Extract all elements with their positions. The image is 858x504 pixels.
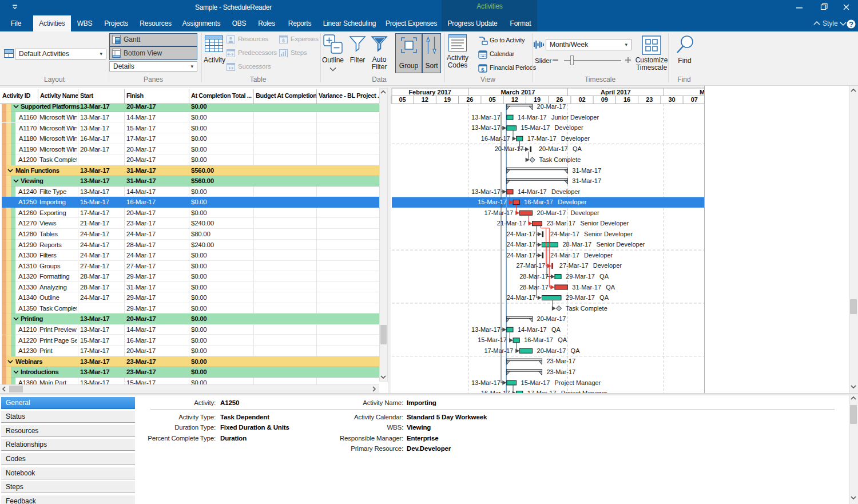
svg-text:20-Mar-17: 20-Mar-17 (537, 315, 566, 322)
svg-text:Senior Developer: Senior Developer (584, 231, 633, 237)
svg-text:23: 23 (646, 96, 653, 103)
svg-text:15-Mar-17: 15-Mar-17 (521, 124, 550, 131)
svg-text:28-Mar-17: 28-Mar-17 (519, 284, 549, 291)
svg-text:23-Mar-17: 23-Mar-17 (546, 368, 575, 375)
svg-text:QA: QA (599, 273, 609, 280)
svg-text:20-Mar-17: 20-Mar-17 (539, 145, 568, 152)
svg-text:24-Mar-17: 24-Mar-17 (550, 231, 579, 237)
svg-text:March 2017: March 2017 (500, 89, 535, 96)
svg-text:17-Mar-17: 17-Mar-17 (484, 347, 513, 354)
svg-text:Task Complete: Task Complete (539, 156, 581, 163)
svg-text:19: 19 (534, 96, 541, 103)
svg-text:?: ? (849, 20, 853, 29)
svg-text:13-Mar-17: 13-Mar-17 (471, 114, 500, 121)
svg-text:23-Mar-17: 23-Mar-17 (546, 220, 575, 227)
svg-text:QA: QA (571, 347, 581, 354)
svg-text:24-Mar-17: 24-Mar-17 (507, 241, 536, 248)
svg-text:QA: QA (599, 294, 609, 301)
svg-text:12: 12 (422, 96, 428, 103)
svg-text:20-Mar-17: 20-Mar-17 (537, 103, 566, 110)
svg-text:Developer: Developer (555, 124, 583, 131)
svg-text:27-Mar-17: 27-Mar-17 (516, 262, 545, 269)
svg-text:28-Mar-17: 28-Mar-17 (563, 241, 592, 248)
svg-text:31-Mar-17: 31-Mar-17 (572, 177, 601, 184)
svg-text:Task Complete: Task Complete (566, 305, 607, 312)
svg-text:$: $ (282, 38, 285, 43)
svg-text:23-Mar-17: 23-Mar-17 (546, 358, 575, 364)
svg-text:16-Mar-17: 16-Mar-17 (481, 135, 510, 142)
svg-text:February 2017: February 2017 (408, 89, 451, 96)
svg-text:Senior Developer: Senior Developer (580, 220, 629, 227)
svg-text:31-Mar-17: 31-Mar-17 (572, 167, 601, 174)
svg-text:17-Mar-17: 17-Mar-17 (527, 135, 557, 142)
svg-text:May 2017: May 2017 (700, 89, 705, 96)
svg-text:17-Mar-17: 17-Mar-17 (527, 390, 557, 393)
svg-text:24-Mar-17: 24-Mar-17 (507, 294, 536, 301)
svg-text:QA: QA (606, 284, 615, 291)
svg-text:24-Mar-17: 24-Mar-17 (507, 252, 536, 259)
svg-text:15-Mar-17: 15-Mar-17 (521, 379, 550, 386)
svg-text:14-Mar-17: 14-Mar-17 (518, 326, 547, 333)
svg-text:13-Mar-17: 13-Mar-17 (471, 188, 500, 195)
svg-text:07: 07 (691, 96, 698, 103)
svg-text:April 2017: April 2017 (601, 89, 631, 96)
svg-text:05: 05 (399, 96, 406, 103)
svg-text:24-Mar-17: 24-Mar-17 (550, 252, 579, 259)
svg-text:16: 16 (623, 96, 630, 103)
svg-text:Senior Developer: Senior Developer (597, 241, 645, 248)
svg-text:14-Mar-17: 14-Mar-17 (518, 188, 547, 195)
svg-text:21-Mar-17: 21-Mar-17 (497, 220, 526, 227)
svg-text:12: 12 (511, 96, 518, 103)
svg-text:Junior Developer: Junior Developer (551, 114, 599, 121)
svg-text:24-Mar-17: 24-Mar-17 (507, 231, 536, 237)
svg-text:13-Mar-17: 13-Mar-17 (471, 124, 500, 131)
svg-text:14-Mar-17: 14-Mar-17 (518, 114, 547, 121)
svg-text:20-Mar-17: 20-Mar-17 (537, 209, 566, 216)
svg-text:20-Mar-17: 20-Mar-17 (495, 145, 524, 152)
svg-text:29-Mar-17: 29-Mar-17 (566, 294, 595, 301)
svg-text:Developer: Developer (558, 199, 586, 205)
svg-text:QA: QA (573, 145, 582, 152)
svg-text:27-Mar-17: 27-Mar-17 (559, 262, 589, 269)
svg-text:Developer: Developer (551, 188, 580, 195)
svg-text:Developer: Developer (584, 252, 613, 259)
svg-text:17-Mar-17: 17-Mar-17 (484, 209, 513, 216)
svg-text:16-Mar-17: 16-Mar-17 (524, 336, 553, 343)
svg-text:13-Mar-17: 13-Mar-17 (471, 379, 500, 386)
svg-text:QA: QA (558, 336, 567, 343)
svg-text:28-Mar-17: 28-Mar-17 (519, 273, 549, 280)
svg-text:19: 19 (444, 96, 451, 103)
svg-text:29-Mar-17: 29-Mar-17 (566, 273, 595, 280)
svg-text:$: $ (481, 66, 484, 73)
svg-text:13-Mar-17: 13-Mar-17 (471, 326, 500, 333)
svg-text:09: 09 (601, 96, 608, 103)
svg-text:02: 02 (578, 96, 585, 103)
svg-text:26: 26 (466, 96, 473, 103)
svg-text:15-Mar-17: 15-Mar-17 (478, 336, 507, 343)
svg-text:Developer: Developer (571, 209, 599, 216)
svg-text:QA: QA (551, 326, 561, 333)
svg-text:20-Mar-17: 20-Mar-17 (537, 347, 566, 354)
svg-text:05: 05 (488, 96, 495, 103)
svg-text:30: 30 (668, 96, 675, 103)
svg-text:Developer: Developer (561, 135, 590, 142)
svg-text:16-Mar-17: 16-Mar-17 (524, 199, 553, 205)
svg-text:15-Mar-17: 15-Mar-17 (478, 199, 507, 205)
svg-text:Project Manager: Project Manager (555, 379, 601, 386)
svg-text:16-Mar-17: 16-Mar-17 (481, 390, 510, 393)
svg-text:26: 26 (556, 96, 563, 103)
svg-text:Project Manager: Project Manager (561, 390, 607, 393)
svg-text:Developer: Developer (593, 262, 622, 269)
svg-text:31-Mar-17: 31-Mar-17 (572, 284, 601, 291)
